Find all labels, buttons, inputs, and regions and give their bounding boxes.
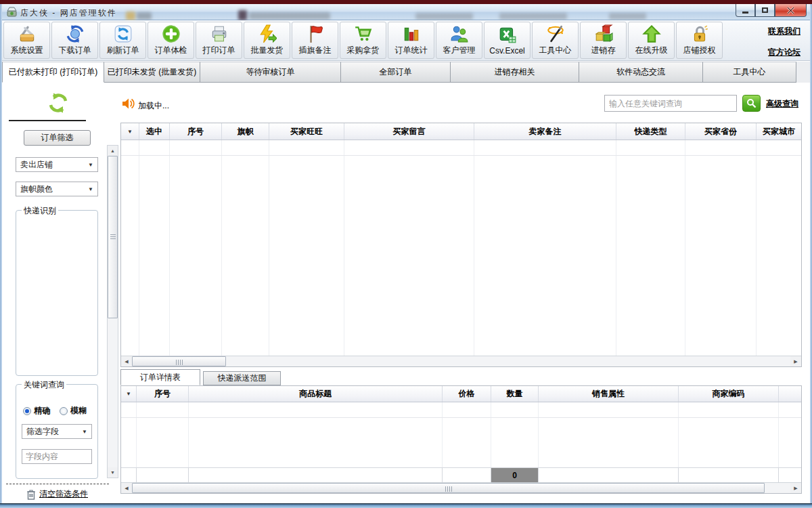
detail-table: ▼ 序号 商品标题 价格 数量 销售属性 商家编码 0 (120, 385, 802, 494)
maximize-icon (762, 7, 768, 13)
magic-wand-icon (546, 24, 565, 43)
express-recognition-group: 快递识别 (16, 210, 98, 376)
content-area: 订单筛选 卖出店铺 ▼ 旗帜颜色 ▼ 快递识别 关键词查询 精确 模糊 筛选字段 (2, 83, 810, 503)
orders-col-flag[interactable]: 旗帜 (222, 123, 269, 140)
tab-express-coverage[interactable]: 快递派送范围 (203, 371, 281, 385)
detail-summary-row: 0 (121, 467, 801, 482)
scroll-right-button[interactable]: ▶ (790, 483, 801, 493)
radio-fuzzy[interactable]: 模糊 (60, 405, 87, 417)
flag-color-select-value: 旗帜颜色 (20, 184, 53, 195)
orders-col-buyer-message[interactable]: 买家留言 (344, 123, 474, 140)
field-content-input[interactable] (22, 449, 92, 464)
inventory-cubes-icon (594, 24, 613, 43)
tab-software-news[interactable]: 软件动态交流 (579, 62, 703, 83)
toolbar-button-batch-ship[interactable]: 批量发货 (244, 22, 290, 59)
orders-table: ▼ 选中 序号 旗帜 买家旺旺 买家留言 卖家备注 快递类型 买家省份 买家城市… (120, 123, 802, 367)
tab-all-orders[interactable]: 全部订单 (341, 62, 451, 83)
toolbar-button-customers[interactable]: 客户管理 (436, 22, 482, 59)
contact-us-link[interactable]: 联系我们 (768, 26, 800, 37)
search-button[interactable] (742, 95, 761, 112)
detail-table-body (121, 402, 801, 467)
close-button[interactable] (775, 4, 807, 17)
toolbar-button-system-settings[interactable]: 系统设置 (3, 22, 50, 59)
orders-table-header: ▼ 选中 序号 旗帜 买家旺旺 买家留言 卖家备注 快递类型 买家省份 买家城市 (121, 123, 801, 140)
search-input[interactable] (604, 95, 737, 112)
toolbar-button-order-stats[interactable]: 订单统计 (388, 22, 434, 59)
toolbar-button-refresh-orders[interactable]: 刷新订单 (99, 22, 146, 59)
toolbar-button-shop-auth[interactable]: 店铺授权 (676, 22, 723, 59)
speaker-icon (122, 98, 135, 112)
official-forum-link[interactable]: 官方论坛 (768, 47, 800, 58)
shop-select[interactable]: 卖出店铺 ▼ (16, 157, 98, 172)
scroll-left-button[interactable]: ◀ (121, 356, 132, 366)
sort-indicator-cell[interactable]: ▼ (121, 123, 139, 140)
sidebar-refresh-icon[interactable] (47, 92, 70, 116)
detail-col-product-title[interactable]: 商品标题 (189, 386, 443, 402)
tab-tool-center[interactable]: 工具中心 (703, 62, 796, 83)
chevron-down-icon: ▼ (88, 186, 93, 192)
tab-order-detail[interactable]: 订单详情表 (120, 369, 200, 385)
tab-printed-unshipped[interactable]: 已打印未发货 (批量发货) (104, 62, 200, 83)
orders-col-buyer-city[interactable]: 买家城市 (757, 123, 801, 140)
toolbar-button-order-check[interactable]: 订单体检 (148, 22, 194, 59)
radio-dot (23, 407, 31, 415)
orders-col-seller-remark[interactable]: 卖家备注 (474, 123, 616, 140)
toolbox-icon (18, 24, 37, 43)
filter-sidebar: 订单筛选 卖出店铺 ▼ 旗帜颜色 ▼ 快递识别 关键词查询 精确 模糊 筛选字段 (2, 83, 120, 503)
toolbar-button-csv-excel[interactable]: Csv.Excel (484, 22, 531, 59)
tab-inventory-related[interactable]: 进销存相关 (451, 62, 579, 83)
scroll-up-button[interactable]: ▲ (108, 146, 118, 156)
minimize-button[interactable] (736, 4, 755, 17)
scroll-left-button[interactable]: ◀ (121, 483, 132, 493)
thumb-grip (176, 360, 183, 365)
clear-filters-link[interactable]: 清空筛选条件 (26, 488, 88, 500)
detail-col-stub (779, 386, 801, 402)
lock-icon (690, 24, 709, 43)
radio-dot (60, 407, 68, 415)
app-window: 店大侠 - 网店管理软件 系统设置 下载订单 (0, 0, 812, 508)
upgrade-arrow-icon (642, 24, 661, 43)
titlebar: 店大侠 - 网店管理软件 (0, 4, 812, 20)
empty-row-line (121, 417, 801, 418)
tab-paid-unprinted[interactable]: 已付款未打印 (打印订单) (2, 62, 104, 83)
detail-col-merchant-code[interactable]: 商家编码 (679, 386, 779, 402)
scrollbar-thumb[interactable] (132, 483, 765, 493)
keyword-query-group: 关键词查询 精确 模糊 筛选字段 ▼ (16, 384, 98, 479)
orders-col-index[interactable]: 序号 (170, 123, 222, 140)
radio-exact[interactable]: 精确 (23, 405, 50, 417)
flag-color-select[interactable]: 旗帜颜色 ▼ (16, 182, 98, 196)
orders-col-express-type[interactable]: 快递类型 (616, 123, 685, 140)
scrollbar-thumb[interactable] (132, 356, 226, 366)
scroll-right-button[interactable]: ▶ (790, 356, 801, 366)
sort-indicator-cell[interactable]: ▼ (121, 386, 137, 402)
detail-col-sale-attrs[interactable]: 销售属性 (539, 386, 679, 402)
orders-col-buyer-province[interactable]: 买家省份 (685, 123, 757, 140)
order-filter-button[interactable]: 订单筛选 (24, 130, 91, 146)
quantity-total-cell: 0 (491, 468, 539, 482)
redacted-icon (238, 10, 247, 20)
filter-field-select[interactable]: 筛选字段 ▼ (22, 424, 92, 439)
toolbar-button-purchase[interactable]: 采购拿货 (340, 22, 386, 59)
scrollbar-thumb[interactable] (108, 156, 118, 318)
shop-select-value: 卖出店铺 (20, 159, 53, 171)
toolbar-button-flag-note[interactable]: 插旗备注 (292, 22, 338, 59)
detail-col-price[interactable]: 价格 (443, 386, 491, 402)
maximize-button[interactable] (755, 4, 775, 17)
batch-ship-icon (258, 24, 277, 43)
orders-col-buyer-wangwang[interactable]: 买家旺旺 (269, 123, 344, 140)
toolbar-button-upgrade[interactable]: 在线升级 (628, 22, 675, 59)
toolbar-button-inventory[interactable]: 进销存 (580, 22, 627, 59)
scroll-down-button[interactable]: ▼ (108, 467, 118, 478)
orders-col-selected[interactable]: 选中 (139, 123, 170, 140)
detail-col-quantity[interactable]: 数量 (491, 386, 539, 402)
toolbar-button-print-orders[interactable]: 打印订单 (196, 22, 242, 59)
dashed-divider (6, 484, 109, 484)
clear-filters-label: 清空筛选条件 (39, 488, 88, 500)
download-orders-icon (66, 24, 85, 43)
toolbar-button-download-orders[interactable]: 下载订单 (51, 22, 98, 59)
detail-col-index[interactable]: 序号 (137, 386, 189, 402)
advanced-search-link[interactable]: 高级查询 (766, 98, 798, 110)
tab-pending-review[interactable]: 等待审核订单 (200, 62, 341, 83)
toolbar-button-tool-center[interactable]: 工具中心 (532, 22, 579, 59)
loading-text: 加载中... (138, 100, 169, 112)
